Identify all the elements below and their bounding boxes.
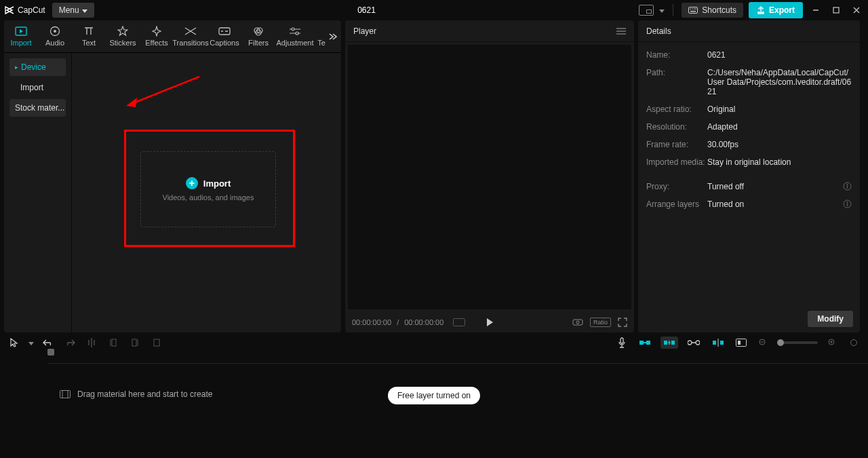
chevron-down-icon[interactable]: [28, 338, 34, 347]
svg-rect-27: [847, 204, 848, 206]
clip-icon: [60, 390, 71, 398]
audio-icon: [49, 26, 61, 37]
time-current: 00:00:00:00: [352, 318, 391, 326]
layout-indicator-icon[interactable]: [639, 5, 654, 16]
transitions-icon: [184, 26, 197, 37]
svg-rect-33: [646, 341, 650, 345]
media-body: Device Import Stock mater... + Import Vi…: [4, 53, 341, 332]
tab-captions[interactable]: Captions: [208, 23, 241, 50]
info-icon[interactable]: [843, 199, 852, 208]
sidebar-label: Device: [21, 62, 46, 72]
import-title: Import: [203, 178, 231, 189]
sidebar-item-import[interactable]: Import: [9, 79, 66, 96]
tab-transitions[interactable]: Transitions: [174, 23, 208, 50]
media-tabs: Import Audio Text Stickers Effects Trans…: [4, 20, 341, 53]
tab-adjustment[interactable]: Adjustment: [275, 23, 315, 50]
modify-button[interactable]: Modify: [808, 311, 853, 327]
player-header: Player: [345, 20, 634, 42]
auto-snap-icon[interactable]: [660, 337, 678, 349]
delete-icon: [149, 335, 164, 350]
chevron-down-icon[interactable]: [659, 5, 665, 15]
detail-label: Aspect ratio:: [646, 104, 707, 114]
tab-label: Te: [317, 39, 326, 47]
plus-icon: +: [186, 177, 198, 189]
import-dropzone[interactable]: + Import Videos, audios, and images: [140, 151, 276, 227]
detail-label: Arrange layers: [646, 199, 707, 209]
details-title: Details: [646, 26, 671, 36]
detail-label: Imported media:: [646, 157, 707, 167]
tab-text[interactable]: Text: [72, 23, 106, 50]
info-icon[interactable]: [843, 182, 852, 191]
chevron-down-icon: [82, 5, 87, 15]
time-sep: /: [397, 318, 399, 326]
details-header: Details: [638, 20, 860, 42]
detail-row-name: Name: 0621: [646, 46, 852, 64]
svg-rect-31: [620, 338, 623, 343]
svg-rect-38: [720, 341, 724, 345]
playhead[interactable]: [47, 349, 54, 356]
selection-tool-icon[interactable]: [7, 335, 22, 350]
quality-icon[interactable]: [453, 318, 465, 326]
play-button[interactable]: [485, 318, 494, 327]
close-button[interactable]: [849, 3, 864, 18]
detail-row-proxy: Proxy: Turned off: [646, 178, 852, 195]
timeline-toolbar: [0, 332, 868, 353]
timeline-ruler[interactable]: [47, 353, 868, 364]
svg-rect-36: [671, 341, 675, 345]
zoom-slider[interactable]: [777, 341, 818, 344]
main-row: Import Audio Text Stickers Effects Trans…: [0, 20, 868, 332]
ratio-button[interactable]: Ratio: [590, 318, 611, 327]
minimize-button[interactable]: [808, 3, 823, 18]
capcut-logo-icon: [4, 5, 15, 16]
cover-icon[interactable]: [734, 335, 749, 350]
sidebar-label: Import: [20, 83, 43, 92]
tabs-overflow-button[interactable]: [328, 32, 337, 41]
toolbar-left: [7, 335, 164, 350]
zoom-fit-icon[interactable]: [846, 335, 861, 350]
tab-label: Transitions: [172, 39, 208, 47]
sidebar-group-device[interactable]: Device: [9, 58, 66, 76]
tab-filters[interactable]: Filters: [241, 23, 275, 50]
tab-audio[interactable]: Audio: [38, 23, 72, 50]
magnet-main-icon[interactable]: [636, 337, 654, 348]
adjustment-icon: [289, 26, 301, 37]
export-label: Export: [769, 5, 795, 15]
tab-import[interactable]: Import: [4, 23, 38, 50]
annotation-arrow-icon: [125, 73, 206, 114]
tab-effects[interactable]: Effects: [140, 23, 174, 50]
delete-left-icon: [106, 335, 121, 350]
sidebar-item-stock-materials[interactable]: Stock mater...: [9, 99, 66, 117]
detail-value: Turned on: [707, 199, 843, 209]
player-menu-icon[interactable]: [616, 28, 626, 35]
import-media-icon: [15, 26, 27, 37]
player-footer: 00:00:00:00 / 00:00:00:00 Ratio: [345, 312, 634, 332]
menu-button[interactable]: Menu: [52, 3, 94, 18]
svg-rect-30: [154, 339, 159, 346]
svg-point-10: [54, 30, 56, 33]
preview-axis-icon[interactable]: [709, 337, 727, 348]
tab-templates-partial[interactable]: Te: [315, 23, 328, 50]
media-sidebar: Device Import Stock mater...: [4, 53, 72, 332]
export-button[interactable]: Export: [749, 2, 803, 18]
tab-stickers[interactable]: Stickers: [106, 23, 140, 50]
maximize-button[interactable]: [829, 3, 844, 18]
fullscreen-icon[interactable]: [618, 318, 627, 327]
svg-rect-41: [738, 341, 741, 345]
filters-icon: [252, 26, 264, 37]
svg-point-2: [690, 8, 691, 9]
sidebar-label: Stock mater...: [15, 103, 64, 113]
svg-rect-32: [639, 341, 644, 345]
compare-icon[interactable]: [572, 318, 583, 327]
undo-icon[interactable]: [41, 335, 56, 350]
zoom-out-icon[interactable]: [755, 335, 770, 350]
microphone-icon[interactable]: [614, 335, 629, 350]
detail-label: Name:: [646, 50, 707, 60]
tab-label: Effects: [145, 39, 167, 47]
linkage-icon[interactable]: [685, 338, 703, 347]
player-viewport[interactable]: [348, 45, 631, 309]
detail-row-imported-media: Imported media: Stay in original locatio…: [646, 153, 852, 171]
svg-line-17: [132, 77, 199, 104]
svg-point-26: [847, 202, 848, 203]
shortcuts-button[interactable]: Shortcuts: [682, 3, 743, 18]
zoom-in-icon[interactable]: [825, 335, 840, 350]
